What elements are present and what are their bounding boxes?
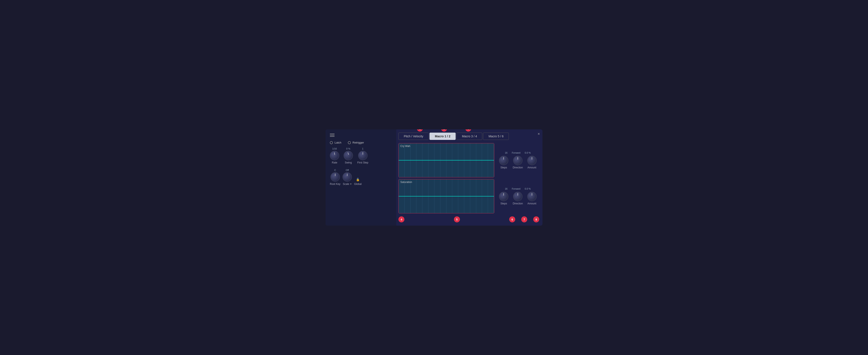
tabs-row: Pitch / Velocity Macro 1 / 2 Macro 3 / 4…: [398, 133, 539, 140]
badge-1: 1: [417, 129, 423, 132]
seq1-direction-knob-group: Direction: [513, 156, 523, 169]
latch-label: Latch: [335, 141, 341, 144]
seq2-steps-group: 16: [505, 188, 507, 190]
latch-toggle[interactable]: Latch: [330, 141, 341, 144]
tab-pitch-velocity[interactable]: Pitch / Velocity: [398, 133, 429, 140]
root-key-value: C: [334, 169, 336, 171]
rate-swing-firststep-row: 1/16 Rate 0 % Swing 1 First Step: [330, 148, 392, 164]
seq1-ctrl-top: 16 Forward 0.0 %: [505, 152, 531, 154]
seq1-amount-value: 0.0 %: [525, 152, 531, 154]
annotations-row: 4 5 6 7 8: [398, 216, 539, 222]
seq1-direction-label: Direction: [513, 166, 523, 169]
root-key-group: C Root Key: [330, 169, 340, 186]
seq1-steps-value: 16: [505, 152, 507, 154]
root-key-knob[interactable]: [331, 172, 340, 182]
sequencer-1-controls: 16 Forward 0.0 % Steps: [496, 143, 539, 178]
rate-knob[interactable]: [330, 151, 339, 160]
seq2-amount-group-top: 0.0 %: [525, 188, 531, 190]
main-window: Latch Retrigger 1/16 Rate 0 % Swing 1 Fi…: [326, 129, 542, 226]
global-label: Global: [354, 183, 362, 186]
badge-8: 8: [533, 216, 539, 222]
root-scale-global-row: C Root Key Off Scale ▼ 🔓 Global: [330, 169, 392, 186]
close-button[interactable]: ×: [537, 132, 540, 136]
seq1-steps-knob[interactable]: [499, 156, 508, 165]
scale-value: Off: [346, 169, 349, 171]
sequencer-2-container[interactable]: Saturation: [398, 179, 494, 214]
toggle-row: Latch Retrigger: [330, 141, 392, 144]
seq2-amount-knob[interactable]: [527, 192, 537, 201]
swing-knob[interactable]: [344, 151, 353, 160]
seq1-knobs-row: Steps Direction Amount: [499, 156, 536, 169]
rate-group: 1/16 Rate: [330, 148, 339, 164]
seq2-steps-value: 16: [505, 188, 507, 190]
seq2-direction-knob[interactable]: [513, 192, 523, 201]
sequencer-1-row: Cry Wah: [398, 143, 539, 178]
seq1-direction-value: Forward: [512, 152, 520, 154]
right-panel: × Pitch / Velocity Macro 1 / 2 Macro 3 /…: [396, 129, 542, 226]
sequencer-1-playhead: [399, 160, 494, 160]
badge-6: 6: [509, 216, 515, 222]
tab-macro-3-4[interactable]: Macro 3 / 4: [457, 133, 482, 140]
seq1-direction-knob[interactable]: [513, 156, 523, 165]
rate-value: 1/16: [332, 148, 337, 150]
seq2-steps-knob[interactable]: [499, 192, 508, 201]
seq2-direction-value: Forward: [512, 188, 520, 190]
first-step-value: 1: [362, 148, 364, 150]
scale-group: Off Scale ▼: [342, 169, 352, 186]
seq2-steps-label: Steps: [500, 202, 507, 205]
sequencer-1-container[interactable]: Cry Wah: [398, 143, 494, 178]
scale-arrow-icon: ▼: [350, 183, 352, 185]
seq1-steps-group: 16: [505, 152, 507, 154]
retrigger-radio[interactable]: [348, 141, 351, 144]
seq2-direction-group-top: Forward: [512, 188, 520, 190]
global-group: 🔓 Global: [354, 178, 362, 186]
tab-macro-5-6[interactable]: Macro 5 / 6: [483, 133, 509, 140]
swing-group: 0 % Swing: [344, 148, 353, 164]
seq1-amount-group-top: 0.0 %: [525, 152, 531, 154]
seq2-amount-label: Amount: [527, 202, 536, 205]
lock-icon[interactable]: 🔓: [356, 178, 360, 181]
menu-icon[interactable]: [330, 134, 335, 137]
first-step-knob[interactable]: [358, 151, 368, 160]
seq2-amount-knob-group: Amount: [527, 192, 537, 205]
seq1-direction-group-top: Forward: [512, 152, 520, 154]
scale-dropdown[interactable]: Scale ▼: [343, 183, 352, 186]
swing-label: Swing: [345, 161, 352, 164]
seq1-amount-knob-group: Amount: [527, 156, 537, 169]
sequencer-2-grid[interactable]: [399, 179, 494, 213]
badge-4: 4: [398, 216, 404, 222]
seq2-amount-value: 0.0 %: [525, 188, 531, 190]
seq1-steps-knob-group: Steps: [499, 156, 508, 169]
latch-radio[interactable]: [330, 141, 333, 144]
swing-value: 0 %: [346, 148, 350, 150]
retrigger-label: Retrigger: [352, 141, 364, 144]
seq1-amount-knob[interactable]: [527, 156, 537, 165]
sequencer-section: Cry Wah: [398, 143, 539, 214]
seq2-ctrl-top: 16 Forward 0.0 %: [505, 188, 531, 190]
scale-knob[interactable]: [342, 172, 352, 182]
badge-5: 5: [454, 216, 460, 222]
sequencer-1-grid[interactable]: [399, 143, 494, 177]
first-step-label: First Step: [357, 161, 368, 164]
rate-label: Rate: [332, 161, 337, 164]
seq2-knobs-row: Steps Direction Amount: [499, 192, 536, 205]
seq1-amount-label: Amount: [527, 166, 536, 169]
sequencer-2-row: Saturation: [398, 179, 539, 214]
seq2-steps-knob-group: Steps: [499, 192, 508, 205]
retrigger-toggle[interactable]: Retrigger: [348, 141, 364, 144]
seq2-direction-knob-group: Direction: [513, 192, 523, 205]
sequencer-2-playhead: [399, 196, 494, 196]
seq2-direction-label: Direction: [513, 202, 523, 205]
badge-7: 7: [521, 216, 527, 222]
tab-macro-1-2[interactable]: Macro 1 / 2: [430, 133, 456, 140]
scale-label: Scale: [343, 183, 349, 186]
root-key-label: Root Key: [330, 183, 340, 186]
sequencer-2-controls: 16 Forward 0.0 % Steps: [496, 179, 539, 214]
badge-3: 3: [465, 129, 471, 132]
top-badges: 1 2 3: [417, 129, 471, 132]
sidebar: Latch Retrigger 1/16 Rate 0 % Swing 1 Fi…: [326, 129, 396, 226]
seq1-steps-label: Steps: [500, 166, 507, 169]
first-step-group: 1 First Step: [357, 148, 368, 164]
badge-2: 2: [441, 129, 447, 132]
